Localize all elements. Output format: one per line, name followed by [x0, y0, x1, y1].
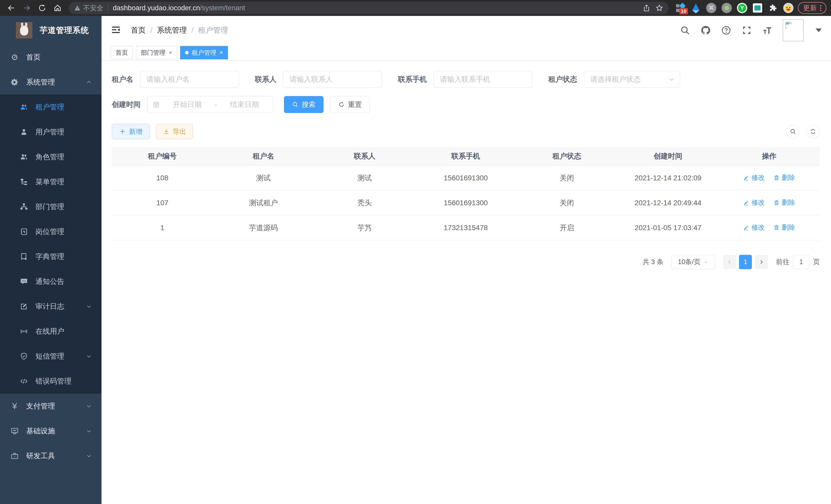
- chevron-down-icon: [86, 428, 92, 434]
- sidebar-fold-icon[interactable]: [111, 25, 122, 36]
- sidebar-item-home[interactable]: 首页: [0, 45, 102, 69]
- home-icon[interactable]: [51, 2, 64, 14]
- sidebar-item-notice[interactable]: 通知公告: [0, 269, 102, 294]
- dictionary-icon: [20, 252, 28, 261]
- next-page-button[interactable]: [755, 255, 768, 269]
- sidebar-item-post[interactable]: 岗位管理: [0, 219, 102, 244]
- download-icon: [163, 128, 170, 135]
- chat-extension-icon[interactable]: [752, 3, 763, 13]
- trash-icon: [773, 175, 780, 181]
- fullscreen-icon[interactable]: [742, 25, 752, 35]
- puzzle-extensions-icon[interactable]: [768, 3, 778, 13]
- delete-button[interactable]: 删除: [773, 198, 795, 207]
- profile-avatar-icon[interactable]: [783, 3, 794, 13]
- edit-button[interactable]: 修改: [743, 173, 765, 182]
- sidebar: 芋道管理系统 首页 系统管理: [0, 16, 102, 504]
- status-value: 关闭: [516, 190, 618, 215]
- sidebar-item-system[interactable]: 系统管理: [0, 69, 102, 94]
- browser-toolbar: 不安全 dashboard.yudao.iocoder.cn/system/te…: [0, 0, 831, 16]
- kite-extension-icon[interactable]: [690, 3, 701, 13]
- page-size-select[interactable]: 10条/页: [671, 255, 715, 269]
- app-logo[interactable]: 芋道管理系统: [0, 16, 102, 45]
- sidebar-item-role[interactable]: 角色管理: [0, 144, 102, 169]
- end-date-placeholder: 结束日期: [221, 100, 268, 110]
- sidebar-item-user[interactable]: 用户管理: [0, 119, 102, 144]
- page-number-1[interactable]: 1: [739, 255, 752, 269]
- sidebar-item-menu[interactable]: 菜单管理: [0, 169, 102, 194]
- sidebar-item-online-users[interactable]: 在线用户: [0, 319, 102, 344]
- chevron-down-icon: [86, 453, 92, 459]
- col-tenant-id: 租户编号: [112, 147, 213, 166]
- close-icon[interactable]: ×: [220, 50, 223, 56]
- search-icon[interactable]: [680, 25, 690, 35]
- col-created: 创建时间: [618, 147, 719, 166]
- bookmark-star-icon[interactable]: [656, 4, 663, 12]
- sidebar-item-infra[interactable]: 基础设施: [0, 418, 102, 443]
- sidebar-item-sms[interactable]: 短信管理: [0, 344, 102, 368]
- online-icon: [20, 327, 28, 336]
- github-icon[interactable]: [700, 25, 711, 35]
- breadcrumb-system[interactable]: 系统管理: [157, 25, 187, 35]
- mobile-label: 联系手机: [398, 75, 427, 84]
- back-icon[interactable]: [5, 2, 18, 14]
- security-warning[interactable]: 不安全: [74, 4, 103, 12]
- pagination: 共 3 条 10条/页 1 前往 页: [112, 255, 820, 269]
- record-extension-icon[interactable]: [721, 3, 732, 13]
- security-label: 不安全: [83, 4, 103, 12]
- font-size-icon[interactable]: [762, 25, 772, 35]
- browser-menu-icon[interactable]: [820, 5, 821, 11]
- tag-home[interactable]: 首页: [111, 46, 133, 59]
- reset-button[interactable]: 重置: [330, 96, 370, 113]
- table-row: 1 芋道源码 芋艿 17321315478 开启 2021-01-05 17:0…: [112, 215, 820, 240]
- contact-input[interactable]: [283, 71, 382, 88]
- delete-button[interactable]: 删除: [773, 223, 795, 232]
- command-extension-icon[interactable]: ⌘: [706, 3, 717, 13]
- trash-icon: [773, 225, 780, 231]
- avatar-dropdown-icon[interactable]: [815, 29, 822, 32]
- status-label: 租户状态: [548, 75, 577, 84]
- share-icon[interactable]: [643, 4, 650, 12]
- badge-icon: [20, 227, 28, 236]
- sidebar-item-errorcode[interactable]: 错误码管理: [0, 368, 102, 393]
- reload-icon[interactable]: [35, 2, 49, 14]
- breadcrumb-home[interactable]: 首页: [131, 25, 146, 35]
- plus-icon: [119, 128, 126, 135]
- tag-tenant-active[interactable]: 租户管理 ×: [180, 46, 228, 59]
- search-button[interactable]: 搜索: [284, 96, 323, 113]
- goto-page-input[interactable]: [793, 255, 809, 269]
- edit-pen-icon: [743, 200, 749, 206]
- sidebar-item-audit-log[interactable]: 审计日志: [0, 294, 102, 319]
- edit-button[interactable]: 修改: [743, 223, 765, 232]
- sidebar-item-tenant[interactable]: 租户管理: [0, 94, 102, 119]
- mobile-input[interactable]: [433, 71, 533, 88]
- y-extension-icon[interactable]: Y: [737, 3, 747, 13]
- toolbox-icon: [10, 452, 19, 460]
- help-icon[interactable]: [721, 25, 731, 35]
- edit-button[interactable]: 修改: [743, 198, 765, 207]
- extension-grid-icon[interactable]: 10: [675, 3, 686, 13]
- col-contact: 联系人: [314, 147, 415, 166]
- sidebar-item-pay[interactable]: ¥ 支付管理: [0, 393, 102, 418]
- contact-label: 联系人: [255, 75, 277, 84]
- goto-label: 前往: [776, 258, 790, 266]
- delete-button[interactable]: 删除: [773, 173, 795, 182]
- tag-dept[interactable]: 部门管理 ×: [136, 46, 177, 59]
- sidebar-item-dept[interactable]: 部门管理: [0, 194, 102, 219]
- sidebar-item-dict[interactable]: 字典管理: [0, 244, 102, 269]
- sidebar-item-devtools[interactable]: 研发工具: [0, 443, 102, 468]
- export-button[interactable]: 导出: [156, 124, 193, 139]
- url-bar[interactable]: 不安全 dashboard.yudao.iocoder.cn/system/te…: [69, 2, 668, 14]
- table-row: 108 测试 测试 15601691300 关闭 2021-12-14 21:0…: [112, 166, 820, 190]
- chrome-update-button[interactable]: 更新: [798, 2, 826, 14]
- prev-page-button[interactable]: [723, 255, 736, 269]
- tenant-name-input[interactable]: [140, 71, 239, 88]
- show-search-button[interactable]: [786, 125, 800, 138]
- close-icon[interactable]: ×: [169, 50, 172, 56]
- date-range-picker[interactable]: 开始日期 - 结束日期: [147, 96, 273, 113]
- user-avatar[interactable]: [783, 19, 804, 41]
- add-button[interactable]: 新增: [112, 124, 150, 139]
- status-select[interactable]: 请选择租户状态: [584, 71, 680, 88]
- forward-icon[interactable]: [20, 2, 33, 14]
- search-icon: [292, 101, 298, 108]
- refresh-table-button[interactable]: [806, 125, 820, 138]
